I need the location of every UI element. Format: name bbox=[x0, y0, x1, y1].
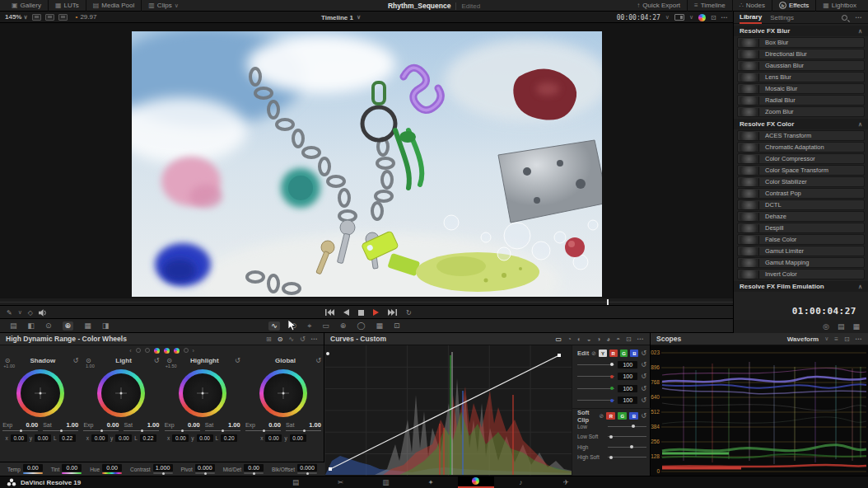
r-intensity-value[interactable]: 100 bbox=[618, 373, 637, 380]
fx-item-false-color[interactable]: False Color bbox=[737, 234, 865, 245]
panel-options-icon[interactable]: ••• bbox=[856, 336, 862, 341]
r-intensity-slider[interactable]: 100↺ bbox=[577, 371, 646, 383]
fx-item-chromatic-adaptation[interactable]: Chromatic Adaptation bbox=[737, 142, 865, 152]
gang-link-icon[interactable]: ⊘ bbox=[591, 350, 596, 357]
y-value[interactable]: 0.00 bbox=[35, 434, 51, 442]
l-value[interactable]: 0.20 bbox=[221, 434, 237, 442]
exp-slider[interactable] bbox=[245, 430, 281, 431]
pen-tool-icon[interactable]: ✎ bbox=[7, 309, 12, 317]
magic-mask-icon[interactable]: ◯ bbox=[357, 322, 365, 330]
page-dot-active[interactable] bbox=[154, 348, 160, 354]
x-value[interactable]: 0.00 bbox=[265, 434, 282, 442]
reset-icon[interactable]: ↺ bbox=[235, 357, 240, 364]
page-fusion-icon[interactable]: ✦ bbox=[413, 478, 449, 486]
exp-slider[interactable] bbox=[83, 430, 119, 431]
g-intensity-value[interactable]: 100 bbox=[618, 385, 637, 392]
scope-mode-dropdown[interactable]: Waveform bbox=[787, 336, 819, 343]
low-slider[interactable] bbox=[608, 426, 646, 427]
hdr-wheels-icon[interactable]: ⊕ bbox=[63, 321, 74, 331]
high-soft-slider[interactable] bbox=[608, 457, 646, 458]
curve-graph[interactable] bbox=[325, 345, 572, 476]
viewer-mode-single-icon[interactable] bbox=[32, 14, 41, 21]
sat-slider[interactable] bbox=[124, 430, 159, 431]
expand-icon[interactable]: ⊡ bbox=[844, 336, 850, 343]
grid-view-icon[interactable]: ▦ bbox=[852, 323, 860, 331]
overlay-toggle-icon[interactable]: ◇ bbox=[28, 309, 33, 317]
zoom-level-dropdown[interactable]: 145%∨ bbox=[5, 13, 28, 21]
reset-icon[interactable]: ↺ bbox=[641, 350, 646, 357]
high-slider[interactable] bbox=[608, 447, 646, 448]
contrast-value[interactable]: 1.000 bbox=[153, 464, 173, 472]
color-wheel[interactable] bbox=[16, 369, 64, 417]
page-color-icon[interactable] bbox=[458, 476, 494, 488]
fx-item-gaussian-blur[interactable]: Gaussian Blur bbox=[737, 60, 865, 71]
sizing-icon[interactable]: ⊡ bbox=[394, 322, 400, 330]
page-left-icon[interactable]: ‹ bbox=[129, 348, 131, 354]
section-resolve-fx-blur[interactable]: Resolve FX Blur∧ bbox=[734, 26, 868, 36]
timeline-button[interactable]: ≡Timeline bbox=[688, 0, 733, 12]
sat-value[interactable]: 1.00 bbox=[309, 421, 321, 429]
softclip-g-button[interactable]: G bbox=[618, 412, 627, 420]
power-window-icon[interactable]: ▭ bbox=[322, 322, 329, 330]
exp-slider[interactable] bbox=[165, 430, 200, 431]
expand-icon[interactable]: ⊡ bbox=[626, 336, 632, 343]
viewer-mode-split-icon[interactable] bbox=[45, 14, 54, 21]
curve-hue-vs-sat-icon[interactable]: ◐ bbox=[577, 336, 581, 343]
sat-slider[interactable] bbox=[286, 430, 321, 431]
pivot-value[interactable]: 0.000 bbox=[195, 464, 215, 472]
reset-icon[interactable]: ↺ bbox=[641, 412, 646, 420]
l-value[interactable]: 0.22 bbox=[140, 434, 156, 442]
timeline-selector[interactable]: Timeline 1∨ bbox=[321, 12, 361, 23]
speaker-icon[interactable] bbox=[39, 309, 47, 317]
page-media-icon[interactable]: ▤ bbox=[278, 478, 314, 486]
lightbox-button[interactable]: ▦Lightbox bbox=[816, 0, 863, 12]
exp-value[interactable]: 0.00 bbox=[268, 421, 281, 429]
temp-value[interactable]: 0.00 bbox=[23, 464, 43, 472]
tracker-icon[interactable]: ⊕ bbox=[340, 322, 347, 330]
zone-target-icon[interactable]: ⊙1.00 bbox=[83, 357, 93, 364]
fx-item-color-stabilizer[interactable]: Color Stabilizer bbox=[737, 176, 865, 187]
loop-button[interactable]: ↻ bbox=[406, 309, 412, 317]
stop-button[interactable] bbox=[358, 310, 364, 316]
media-pool-button[interactable]: ▤Media Pool bbox=[86, 0, 142, 12]
section-resolve-fx-film-emulation[interactable]: Resolve FX Film Emulation∧ bbox=[734, 281, 868, 292]
fx-item-color-space-transform[interactable]: Color Space Transform bbox=[737, 165, 865, 176]
graph-mode-icon[interactable]: ∿ bbox=[288, 336, 294, 343]
clips-button[interactable]: ▥Clips∨ bbox=[142, 0, 184, 12]
reset-icon[interactable]: ↺ bbox=[641, 361, 646, 368]
sat-slider[interactable] bbox=[205, 430, 240, 431]
page-dot[interactable] bbox=[136, 348, 141, 353]
expand-icon[interactable]: ⊡ bbox=[711, 14, 716, 21]
softclip-b-button[interactable]: B bbox=[629, 412, 638, 420]
fx-item-dehaze[interactable]: Dehaze bbox=[737, 211, 865, 222]
eye-icon[interactable]: ◎ bbox=[823, 323, 829, 331]
skip-start-button[interactable] bbox=[325, 309, 334, 316]
fx-item-aces-transform[interactable]: ACES Transform bbox=[737, 130, 865, 141]
color-wheel[interactable] bbox=[97, 369, 145, 417]
sat-slider[interactable] bbox=[43, 430, 78, 431]
fx-item-box-blur[interactable]: Box Blur bbox=[737, 37, 865, 48]
page-fairlight-icon[interactable]: ♪ bbox=[502, 478, 539, 486]
sat-value[interactable]: 1.00 bbox=[147, 421, 160, 429]
fx-item-color-compressor[interactable]: Color Compressor bbox=[737, 153, 865, 164]
page-dot-active[interactable] bbox=[174, 348, 180, 354]
skip-end-button[interactable] bbox=[388, 309, 397, 316]
section-resolve-fx-color[interactable]: Resolve FX Color∧ bbox=[734, 119, 868, 129]
curve-sat-vs-sat-icon[interactable]: ◕ bbox=[606, 336, 610, 343]
color-wheel[interactable] bbox=[259, 369, 307, 417]
fx-item-invert-color[interactable]: Invert Color bbox=[737, 269, 865, 279]
channel-r-button[interactable]: R bbox=[609, 350, 618, 357]
softclip-r-button[interactable]: R bbox=[606, 412, 615, 420]
color-viewer-icon[interactable] bbox=[698, 14, 706, 21]
fx-item-zoom-blur[interactable]: Zoom Blur bbox=[737, 106, 865, 117]
reset-icon[interactable]: ↺ bbox=[72, 357, 78, 364]
reset-icon[interactable]: ↺ bbox=[641, 396, 646, 404]
tint-value[interactable]: 0.00 bbox=[62, 464, 82, 472]
exp-slider[interactable] bbox=[2, 430, 38, 431]
fx-item-radial-blur[interactable]: Radial Blur bbox=[737, 95, 865, 106]
wheel-mode-icon[interactable]: ⊙ bbox=[278, 336, 283, 343]
curves-icon[interactable]: ∿ bbox=[268, 321, 280, 331]
channel-g-button[interactable]: G bbox=[620, 350, 628, 357]
sat-value[interactable]: 1.00 bbox=[67, 421, 79, 429]
reset-icon[interactable]: ↺ bbox=[641, 385, 646, 392]
